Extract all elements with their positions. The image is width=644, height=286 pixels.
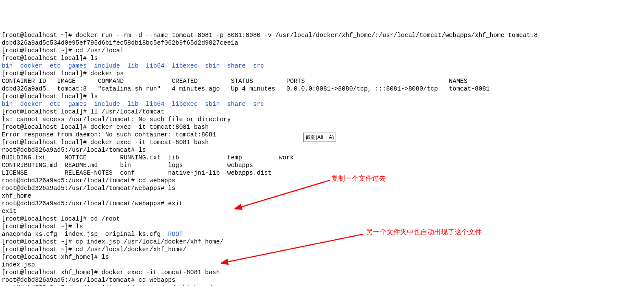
line: BUILDING.txt NOTICE RUNNING.txt lib temp… xyxy=(2,154,294,161)
line: root@dcbd326a9ad5:/usr/local/tomcat# ls xyxy=(2,147,146,153)
line: ls: cannot access /usr/local/tomcat: No … xyxy=(2,116,231,123)
dir-root: ROOT xyxy=(168,231,183,238)
line: Error response from daemon: No such cont… xyxy=(2,131,216,138)
line: [root@localhost local]# docker exec -it … xyxy=(2,139,209,146)
line: root@dcbd326a9ad5:/usr/local/tomcat# cd … xyxy=(2,177,175,184)
line: [root@localhost xhf_home]# ls xyxy=(2,254,109,261)
line: root@dcbd326a9ad5:/usr/local/tomcat/weba… xyxy=(2,200,183,207)
line: dcbd326a9ad5c534d0e95ef795d6b1fec58db18b… xyxy=(2,40,238,46)
docker-ps-row: dcbd326a9ad5 tomcat:8 "catalina.sh run" … xyxy=(2,85,490,92)
line: [root@localhost local]# ls xyxy=(2,55,98,62)
line: LICENSE RELEASE-NOTES conf native-jni-li… xyxy=(2,170,271,176)
annotation-auto-appear: 另一个文件夹中也自动出现了这个文件 xyxy=(366,228,482,236)
line: [root@localhost ~]# cd /usr/local/docker… xyxy=(2,246,186,253)
line: exit xyxy=(2,208,17,215)
line: [root@localhost local]# ls xyxy=(2,93,98,100)
ls-output-dirs: bin docker etc games include lib lib64 l… xyxy=(2,62,264,69)
line: index.jsp xyxy=(2,261,35,268)
line: root@dcbd326a9ad5:/usr/local/tomcat/weba… xyxy=(2,185,175,192)
line: CONTRIBUTING.md README.md bin logs webap… xyxy=(2,162,253,169)
screenshot-tooltip: 截图(Alt + A) xyxy=(303,133,336,142)
line: [root@localhost local]# docker ps xyxy=(2,70,124,77)
line: [root@localhost local]# docker exec -it … xyxy=(2,124,209,130)
line: root@dcbd326a9ad5:/usr/local/tomcat/weba… xyxy=(2,284,212,286)
annotation-copy-file: 复制一个文件过去 xyxy=(331,175,386,182)
terminal-output[interactable]: [root@localhost ~]# docker run --rm -d -… xyxy=(2,31,642,286)
line: [root@localhost local]# ll /usr/local/to… xyxy=(2,108,164,115)
line: [root@localhost ~]# cp index.jsp /usr/lo… xyxy=(2,238,223,245)
line: [root@localhost ~]# ls xyxy=(2,223,83,230)
line: [root@localhost local]# cd /root xyxy=(2,215,120,222)
line: anaconda-ks.cfg index.jsp original-ks.cf… xyxy=(2,231,168,238)
ls-output-dirs: bin docker etc games include lib lib64 l… xyxy=(2,101,264,108)
line: [root@localhost ~]# cd /usr/local xyxy=(2,47,124,54)
docker-ps-header: CONTAINER ID IMAGE COMMAND CREATED STATU… xyxy=(2,78,467,85)
line: [root@localhost ~]# docker run --rm -d -… xyxy=(2,32,538,39)
line: [root@localhost xhf_home]# docker exec -… xyxy=(2,269,220,276)
line: xhf_home xyxy=(2,193,31,199)
line: root@dcbd326a9ad5:/usr/local/tomcat# cd … xyxy=(2,277,175,283)
